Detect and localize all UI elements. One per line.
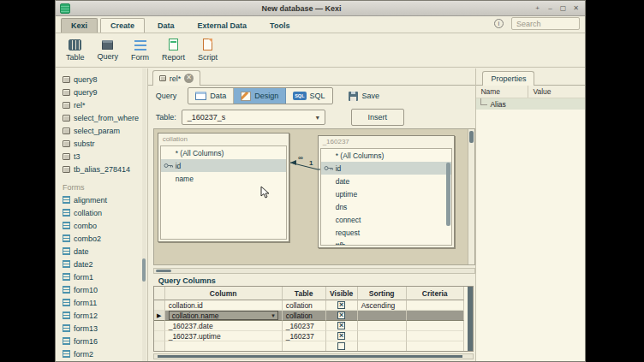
ribbon-tab-tools[interactable]: Tools — [259, 18, 300, 33]
table-box-scrollbar-thumb[interactable] — [446, 163, 450, 226]
tab-properties[interactable]: Properties — [482, 71, 534, 86]
property-row-alias[interactable]: Alias — [476, 98, 585, 110]
grid-header-criteria[interactable]: Criteria — [407, 287, 464, 300]
table-row[interactable]: _160237.date_160237 — [154, 321, 473, 331]
visible-checkbox[interactable] — [337, 322, 345, 329]
sidebar-item-form11[interactable]: form11 — [56, 296, 147, 309]
cell-table[interactable] — [283, 341, 326, 352]
cell-sorting[interactable] — [358, 331, 407, 341]
sidebar-item-combo[interactable]: combo — [56, 219, 147, 232]
sidebar-item-form3[interactable]: form3 — [56, 360, 147, 361]
ribbon-tab-external-data[interactable]: External Data — [188, 18, 258, 33]
cell-criteria[interactable] — [407, 321, 464, 331]
sidebar-item-select-param[interactable]: select_param — [56, 124, 147, 137]
sidebar-item-substr[interactable]: substr — [56, 137, 147, 150]
cell-criteria[interactable] — [407, 341, 464, 352]
grid-horizontal-scrollbar-thumb[interactable] — [158, 355, 462, 358]
visible-checkbox[interactable] — [337, 312, 345, 319]
visible-checkbox[interactable] — [337, 301, 345, 309]
field-item-connect[interactable]: connect — [321, 213, 451, 226]
close-icon[interactable]: ✕ — [184, 74, 194, 83]
grid-vertical-scrollbar[interactable] — [468, 287, 473, 351]
design-vertical-scrollbar-thumb[interactable] — [469, 131, 474, 143]
table-box-collation[interactable]: collation* (All Columns)idname — [158, 133, 289, 242]
grid-horizontal-scrollbar[interactable] — [153, 353, 474, 359]
search-input[interactable] — [511, 17, 580, 30]
close-button[interactable]: ✕ — [571, 3, 581, 13]
visible-checkbox[interactable] — [337, 332, 345, 340]
table-row[interactable]: _160237.uptime_160237 — [154, 331, 473, 341]
cell-sorting[interactable] — [358, 341, 407, 352]
ribbon-tab-data[interactable]: Data — [147, 18, 185, 33]
cell-criteria[interactable] — [407, 300, 464, 311]
keep-above-button[interactable]: + — [533, 3, 542, 13]
grid-header-visible[interactable]: Visible — [326, 287, 358, 300]
visible-checkbox[interactable] — [337, 342, 345, 350]
grid-header-table[interactable]: Table — [283, 287, 326, 300]
tab-rel[interactable]: rel* ✕ — [152, 70, 201, 86]
toolbar-button-table[interactable]: Table — [66, 39, 85, 62]
row-selector[interactable] — [154, 311, 165, 321]
row-selector[interactable] — [154, 300, 165, 311]
sidebar-item-form2[interactable]: form2 — [56, 347, 147, 360]
sidebar-item-date[interactable]: date — [56, 245, 147, 258]
table-row[interactable]: collation.idcollationAscending — [154, 300, 473, 311]
field-item-uptime[interactable]: uptime — [321, 187, 451, 200]
cell-criteria[interactable] — [407, 311, 464, 321]
sidebar-item-query9[interactable]: query9 — [56, 86, 147, 98]
sidebar-item-form10[interactable]: form10 — [56, 283, 147, 296]
cell-table[interactable]: collation — [283, 300, 326, 311]
table-row[interactable]: collation.name▾collation — [154, 311, 473, 321]
sidebar-item-form16[interactable]: form16 — [56, 335, 147, 347]
row-selector[interactable] — [154, 341, 165, 352]
row-selector[interactable] — [154, 321, 165, 331]
toolbar-button-script[interactable]: Script — [198, 39, 218, 62]
maximize-button[interactable]: ▢ — [558, 3, 568, 13]
cell-column[interactable]: collation.id — [165, 300, 283, 311]
cell-table[interactable]: _160237 — [283, 321, 326, 331]
field-item-ttfb[interactable]: ttfb — [321, 239, 451, 246]
sidebar-item-alignment[interactable]: alignment — [56, 193, 147, 206]
column-combobox[interactable]: collation.name▾ — [169, 311, 278, 320]
toolbar-button-form[interactable]: Form — [131, 39, 149, 62]
sidebar-item-form1[interactable]: form1 — [56, 270, 147, 283]
view-mode-design[interactable]: Design — [234, 88, 286, 104]
save-button[interactable]: Save — [349, 92, 380, 101]
cell-visible[interactable] — [326, 311, 358, 321]
cell-sorting[interactable] — [358, 311, 407, 321]
view-mode-data[interactable]: Data — [188, 88, 234, 104]
sidebar-item-collation[interactable]: collation — [56, 206, 147, 219]
sidebar-item-t3[interactable]: t3 — [56, 150, 147, 163]
sidebar-item-combo2[interactable]: combo2 — [56, 232, 147, 245]
field-item-name[interactable]: name — [161, 172, 286, 185]
cell-table[interactable]: _160237 — [283, 331, 326, 341]
sidebar-item-query8[interactable]: query8 — [56, 73, 147, 86]
field-item-id[interactable]: id — [161, 159, 286, 172]
field-item-dns[interactable]: dns — [321, 200, 451, 213]
ribbon-tab-kexi[interactable]: Kexi — [61, 18, 98, 33]
row-selector[interactable] — [154, 331, 165, 341]
cell-visible[interactable] — [326, 321, 358, 331]
cell-table[interactable]: collation — [283, 311, 326, 321]
ribbon-tab-create[interactable]: Create — [100, 18, 145, 33]
cell-column[interactable]: collation.name▾ — [165, 311, 283, 321]
info-icon[interactable]: i — [494, 19, 504, 28]
cell-sorting[interactable] — [358, 321, 407, 331]
cell-criteria[interactable] — [407, 331, 464, 341]
insert-button[interactable]: Insert — [351, 109, 404, 126]
design-horizontal-scrollbar-thumb[interactable] — [156, 270, 171, 272]
sidebar-item-form13[interactable]: form13 — [56, 322, 147, 335]
minimize-button[interactable]: – — [546, 3, 555, 13]
field-item-all-columns[interactable]: * (All Columns) — [321, 149, 451, 162]
cell-visible[interactable] — [326, 331, 358, 341]
sidebar-item-form12[interactable]: form12 — [56, 309, 147, 322]
toolbar-button-query[interactable]: Query — [98, 40, 119, 61]
sidebar-item-date2[interactable]: date2 — [56, 258, 147, 270]
view-mode-sql[interactable]: SQLSQL — [286, 88, 331, 104]
cell-visible[interactable] — [326, 300, 358, 311]
sidebar-item-rel[interactable]: rel* — [56, 98, 147, 111]
table-combobox[interactable]: _160237_s ▾ — [182, 110, 325, 125]
relation-canvas[interactable]: _160237* (All Columns)iddateuptimednscon… — [154, 129, 468, 264]
field-item-request[interactable]: request — [321, 226, 451, 239]
sidebar-scrollbar-thumb[interactable] — [142, 258, 146, 282]
